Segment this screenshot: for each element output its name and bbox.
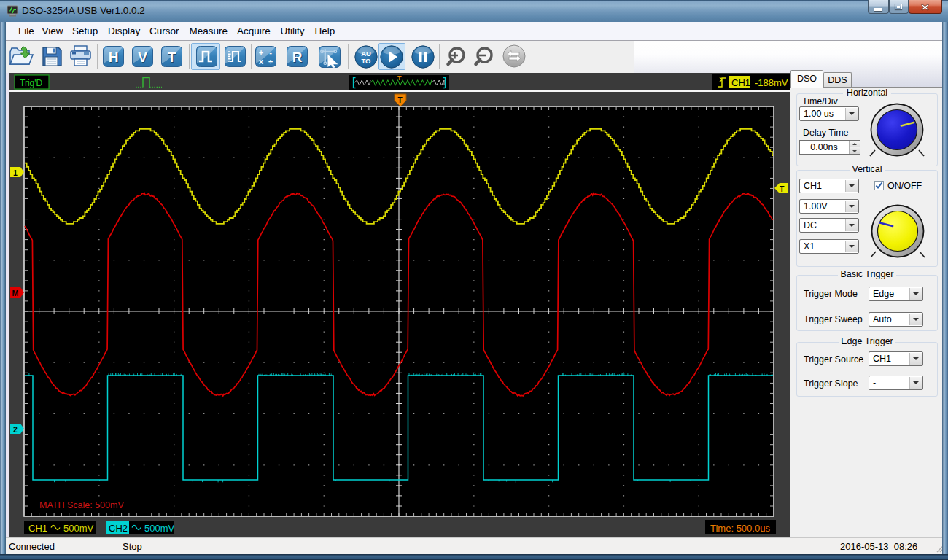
svg-text:T: T: [398, 96, 403, 104]
svg-text:+: +: [259, 48, 263, 57]
svg-text:MATH Scale: 500mV: MATH Scale: 500mV: [39, 500, 124, 510]
svg-text:CH1: CH1: [28, 523, 47, 534]
svg-text:Trig'D: Trig'D: [20, 78, 43, 88]
svg-text:-: -: [269, 48, 272, 57]
svg-text:÷: ÷: [268, 57, 273, 66]
svg-text:R: R: [292, 50, 303, 65]
svg-text:2: 2: [13, 425, 18, 434]
svg-text:CH1: CH1: [731, 77, 750, 88]
svg-text:M: M: [12, 289, 19, 298]
svg-text:TO: TO: [361, 56, 370, 64]
svg-text:H: H: [109, 50, 119, 65]
svg-text:CH2: CH2: [109, 523, 128, 534]
svg-text:500mV: 500mV: [144, 523, 175, 534]
svg-text:T: T: [780, 184, 785, 193]
svg-text:-188mV: -188mV: [755, 77, 788, 88]
svg-text:Time: 500.0us: Time: 500.0us: [710, 523, 770, 534]
svg-text:T: T: [397, 74, 402, 82]
svg-text:500mV: 500mV: [63, 523, 94, 534]
svg-text:T: T: [168, 50, 176, 65]
svg-text:x: x: [259, 57, 264, 66]
svg-text:V: V: [138, 50, 147, 65]
svg-text:1: 1: [13, 168, 18, 177]
